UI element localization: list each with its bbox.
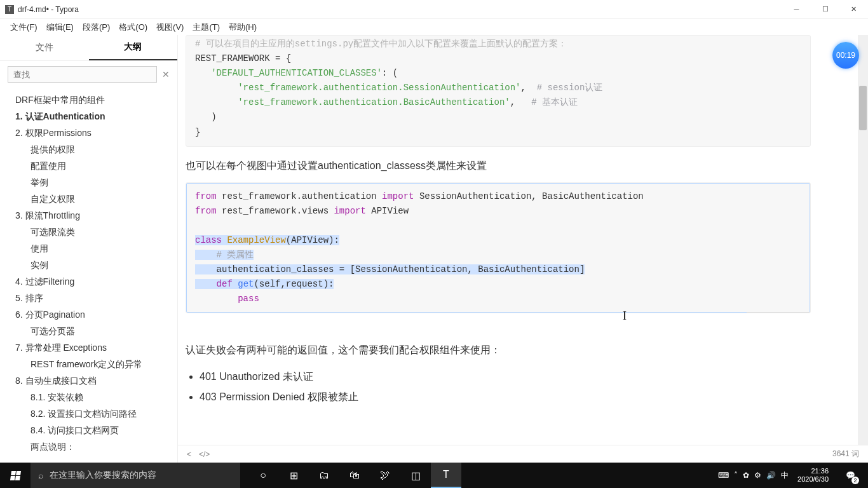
search-clear-icon[interactable]: ✕ [162,69,170,79]
outline-item[interactable]: 3. 限流Throttling [0,207,177,224]
outline-item[interactable]: 4. 过滤Filtering [0,273,177,290]
app-icon-1[interactable]: 🕊 [370,463,400,488]
outline-item[interactable]: 1. 认证Authentication [0,108,177,125]
scrollbar-thumb[interactable] [859,86,867,130]
tray-lang[interactable]: 中 [781,470,789,481]
windows-logo-icon [10,471,20,480]
outline-item[interactable]: 8.1. 安装依赖 [0,389,177,405]
code-block-2[interactable]: from rest_framework.authentication impor… [186,182,811,314]
taskview-icon[interactable]: ⊞ [278,463,309,488]
status-source-icon[interactable]: </> [199,450,210,459]
close-button[interactable]: ✕ [839,0,868,19]
taskbar: ⌕ 在这里输入你要搜索的内容 ○ ⊞ 🗂 🛍 🕊 ◫ T ⌨ ˄ ✿ ⚙ 🔊 中… [0,463,868,488]
outline-item[interactable]: 8.2. 设置接口文档访问路径 [0,405,177,422]
outline-item[interactable]: 使用 [0,240,177,257]
taskbar-search-placeholder: 在这里输入你要搜索的内容 [50,470,156,481]
sidebar: 文件 大纲 ✕ DRF框架中常用的组件1. 认证Authentication2.… [0,35,178,463]
outline-item[interactable]: 5. 排序 [0,290,177,306]
outline-item[interactable]: 6. 分页Pagination [0,306,177,323]
code-block-1[interactable]: # 可以在项目的主应用的settings.py配置文件中加入以下配置来覆盖上面默… [186,35,811,147]
store-icon[interactable]: 🛍 [339,463,370,488]
sidebar-tabs: 文件 大纲 [0,35,177,61]
menu-file[interactable]: 文件(F) [6,20,41,34]
notification-icon[interactable]: 💬2 [837,463,863,488]
explorer-icon[interactable]: 🗂 [309,463,339,488]
list-item: 401 Unauthorized 未认证 [200,367,811,387]
status-back-icon[interactable]: < [187,450,191,459]
search-row: ✕ [0,61,177,88]
search-input[interactable] [8,66,157,83]
typora-taskbar-icon[interactable]: T [431,463,461,488]
menu-format[interactable]: 格式(O) [115,20,151,34]
menu-edit[interactable]: 编辑(E) [43,20,78,34]
outline-item[interactable]: 实例 [0,257,177,273]
search-icon: ⌕ [38,470,43,480]
outline-item[interactable]: 举例 [0,174,177,191]
app-icon: T [5,5,14,14]
tray-sound-icon[interactable]: 🔊 [766,471,776,480]
outline-item[interactable]: 自定义权限 [0,191,177,207]
outline-item[interactable]: 可选分页器 [0,323,177,339]
menu-theme[interactable]: 主题(T) [189,20,224,34]
system-tray[interactable]: ⌨ ˄ ✿ ⚙ 🔊 中 21:36 2020/6/30 💬2 [713,463,868,488]
paragraph: 也可以在每个视图中通过设置authentication_classess类属性来… [186,158,811,173]
outline-list[interactable]: DRF框架中常用的组件1. 认证Authentication2. 权限Permi… [0,88,177,463]
timer-badge[interactable]: 00:19 [832,42,859,69]
status-bar: < </> 3641 词 [178,445,868,463]
taskbar-search[interactable]: ⌕ 在这里输入你要搜索的内容 [31,463,240,488]
window-title: drf-4.md• - Typora [18,5,782,14]
tray-up-icon[interactable]: ˄ [734,471,738,480]
scrollbar-vertical[interactable] [858,35,868,463]
code-lang-tag[interactable]: python [746,312,811,313]
menu-bar: 文件(F) 编辑(E) 段落(P) 格式(O) 视图(V) 主题(T) 帮助(H… [0,19,868,35]
list-item: 403 Permission Denied 权限被禁止 [200,387,811,407]
outline-item[interactable]: 8.4. 访问接口文档网页 [0,422,177,438]
taskbar-clock[interactable]: 21:36 2020/6/30 [794,467,832,484]
app-icon-2[interactable]: ◫ [400,463,431,488]
outline-item[interactable]: 2. 权限Permissions [0,125,177,141]
outline-item[interactable]: 8. 自动生成接口文档 [0,372,177,389]
menu-paragraph[interactable]: 段落(P) [79,20,114,34]
outline-item[interactable]: REST framework定义的异常 [0,356,177,372]
tab-files[interactable]: 文件 [0,35,89,60]
tray-wifi-icon[interactable]: ⚙ [754,471,761,480]
tab-outline[interactable]: 大纲 [89,35,178,60]
tray-flower-icon[interactable]: ✿ [743,471,749,480]
minimize-button[interactable]: ─ [782,0,811,19]
outline-item[interactable]: 提供的权限 [0,141,177,158]
word-count[interactable]: 3641 词 [832,449,859,459]
cortana-icon[interactable]: ○ [248,463,278,488]
start-button[interactable] [0,463,31,488]
menu-view[interactable]: 视图(V) [153,20,187,34]
window-titlebar: T drf-4.md• - Typora ─ ☐ ✕ [0,0,868,19]
outline-item[interactable]: DRF框架中常用的组件 [0,92,177,108]
bullet-list: 401 Unauthorized 未认证 403 Permission Deni… [200,367,811,407]
menu-help[interactable]: 帮助(H) [225,20,261,34]
outline-item[interactable]: 7. 异常处理 Exceptions [0,339,177,356]
outline-item[interactable]: 两点说明： [0,438,177,455]
tray-ime-icon[interactable]: ⌨ [718,471,729,480]
editor-area[interactable]: # 可以在项目的主应用的settings.py配置文件中加入以下配置来覆盖上面默… [178,35,868,463]
outline-item[interactable]: 可选限流类 [0,224,177,240]
maximize-button[interactable]: ☐ [811,0,839,19]
paragraph: 认证失败会有两种可能的返回值，这个需要我们配合权限组件来使用： [186,342,811,358]
outline-item[interactable]: 配置使用 [0,158,177,174]
